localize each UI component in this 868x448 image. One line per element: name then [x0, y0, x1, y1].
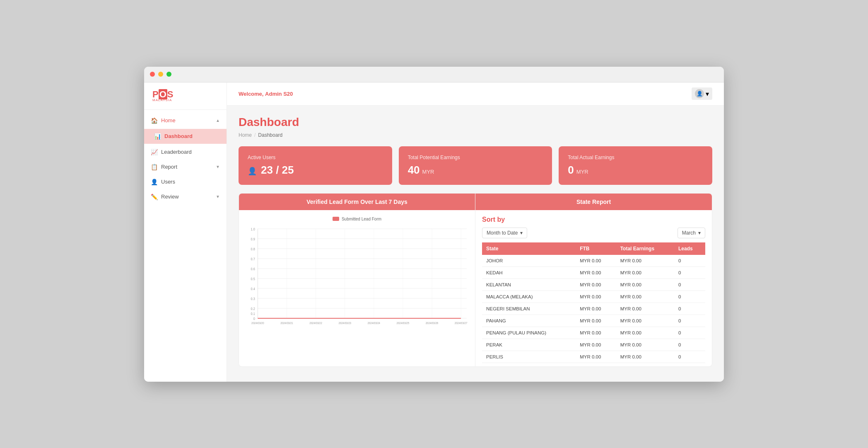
svg-text:0.1: 0.1: [251, 312, 256, 316]
svg-text:0: 0: [253, 317, 255, 321]
avatar-chevron: ▾: [706, 90, 709, 98]
cell-leads: 0: [674, 339, 705, 351]
review-chevron: ▼: [216, 194, 220, 199]
svg-text:0.4: 0.4: [251, 287, 256, 291]
cell-leads: 0: [674, 291, 705, 303]
svg-text:0.7: 0.7: [251, 257, 256, 261]
svg-text:2024/03/21: 2024/03/21: [280, 321, 293, 324]
sort-by-label: Sort by: [482, 216, 705, 223]
welcome-text: Welcome, Admin S20: [239, 91, 293, 97]
table-row: PERLISMYR 0.00MYR 0.000: [482, 351, 705, 363]
svg-text:2024/03/25: 2024/03/25: [397, 321, 410, 324]
avatar-icon: 👤: [695, 89, 704, 98]
legend-dot: [333, 217, 339, 221]
sidebar-item-report[interactable]: 📋 Report ▼: [144, 160, 227, 174]
breadcrumb-home[interactable]: Home: [239, 132, 252, 138]
breadcrumb-current: Dashboard: [258, 132, 282, 138]
breadcrumb-separator: /: [254, 132, 256, 138]
stat-num-active-users: 23 / 25: [261, 164, 294, 177]
main-area: Welcome, Admin S20 👤 ▾ Dashboard Home / …: [227, 82, 724, 382]
legend-label: Submitted Lead Form: [342, 217, 381, 221]
sidebar-item-dashboard[interactable]: 📊 Dashboard: [144, 129, 227, 144]
leaderboard-icon: 📈: [151, 149, 158, 155]
page-content: Dashboard Home / Dashboard Active Users …: [227, 106, 724, 377]
stat-value-active-users: 👤 23 / 25: [248, 164, 383, 177]
stat-num-actual-earnings: 0: [568, 164, 574, 177]
stat-label-actual-earnings: Total Actual Earnings: [568, 155, 703, 160]
stat-unit-actual-earnings: MYR: [576, 169, 588, 175]
cell-leads: 0: [674, 315, 705, 327]
cell-leads: 0: [674, 278, 705, 291]
state-table: State FTB Total Earnings Leads JOHORMYR …: [482, 242, 705, 363]
cell-leads: 0: [674, 303, 705, 315]
month-filter-chevron: ▾: [698, 230, 701, 236]
sidebar-item-review[interactable]: ✏️ Review ▼: [144, 189, 227, 204]
sidebar-item-review-label: Review: [161, 194, 179, 200]
sidebar-navigation: 🏠 Home ▲ 📊 Dashboard 📈 Leaderboard: [144, 110, 227, 382]
chart-legend: Submitted Lead Form: [246, 217, 468, 221]
page-title: Dashboard: [239, 116, 712, 129]
sidebar-logo: POS MALAYSIA: [144, 82, 227, 110]
maximize-dot[interactable]: [166, 72, 171, 77]
stat-card-potential-earnings: Total Potential Earnings 40 MYR: [399, 146, 552, 185]
table-row: JOHORMYR 0.00MYR 0.000: [482, 255, 705, 267]
cell-total-earnings: MYR 0.00: [616, 327, 674, 339]
sidebar: POS MALAYSIA 🏠 Home ▲ 📊 Dashboard: [144, 82, 227, 382]
cell-state: NEGERI SEMBILAN: [482, 303, 576, 315]
month-filter-label: March: [682, 230, 696, 236]
sort-by-section: Sort by Month to Date ▾ March ▾: [475, 210, 712, 366]
svg-text:2024/03/23: 2024/03/23: [338, 321, 351, 324]
chart-area: 1.0 0.9 0.8 0.7 0.6 0.5 0.4 0.3 0.2 0.: [246, 225, 468, 325]
cell-ftb: MYR 0.00: [576, 315, 616, 327]
cell-total-earnings: MYR 0.00: [616, 255, 674, 267]
table-row: PENANG (PULAU PINANG)MYR 0.00MYR 0.000: [482, 327, 705, 339]
users-icon: 👤: [151, 179, 158, 185]
sidebar-item-report-label: Report: [161, 164, 177, 170]
sidebar-item-users[interactable]: 👤 Users: [144, 174, 227, 189]
cell-state: MALACCA (MELAKA): [482, 291, 576, 303]
cell-ftb: MYR 0.00: [576, 339, 616, 351]
svg-text:2024/03/22: 2024/03/22: [309, 321, 322, 324]
col-total-earnings: Total Earnings: [616, 242, 674, 255]
stat-value-potential-earnings: 40 MYR: [408, 164, 543, 177]
svg-text:2024/03/26: 2024/03/26: [426, 321, 439, 324]
app-window: POS MALAYSIA 🏠 Home ▲ 📊 Dashboard: [144, 67, 724, 382]
cell-total-earnings: MYR 0.00: [616, 291, 674, 303]
cell-leads: 0: [674, 255, 705, 267]
stat-card-active-users: Active Users 👤 23 / 25: [239, 146, 392, 185]
col-ftb: FTB: [576, 242, 616, 255]
report-chevron: ▼: [216, 165, 220, 169]
cell-ftb: MYR 0.00: [576, 291, 616, 303]
logo-pos: POS: [152, 90, 174, 99]
chart-panel-body: Submitted Lead Form 1.0 0.9 0.8 0.7 0.6: [239, 210, 475, 332]
period-filter-label: Month to Date: [487, 230, 518, 236]
table-row: KELANTANMYR 0.00MYR 0.000: [482, 278, 705, 291]
minimize-dot[interactable]: [158, 72, 163, 77]
chart-panel-header: Verified Lead Form Over Last 7 Days: [239, 194, 475, 210]
close-dot[interactable]: [150, 72, 155, 77]
cell-ftb: MYR 0.00: [576, 303, 616, 315]
sidebar-item-leaderboard[interactable]: 📈 Leaderboard: [144, 145, 227, 160]
cell-leads[interactable]: 0: [674, 327, 705, 339]
topbar: Welcome, Admin S20 👤 ▾: [227, 82, 724, 106]
cell-ftb: MYR 0.00: [576, 327, 616, 339]
svg-text:2024/03/24: 2024/03/24: [367, 321, 380, 324]
cell-leads[interactable]: 0: [674, 266, 705, 278]
cell-state: PENANG (PULAU PINANG): [482, 327, 576, 339]
state-table-header: State FTB Total Earnings Leads: [482, 242, 705, 255]
home-chevron: ▲: [216, 118, 220, 123]
cell-state: PERAK: [482, 339, 576, 351]
user-avatar-button[interactable]: 👤 ▾: [692, 87, 712, 100]
stat-card-actual-earnings: Total Actual Earnings 0 MYR: [559, 146, 712, 185]
svg-text:0.2: 0.2: [251, 307, 256, 311]
cell-total-earnings: MYR 0.00: [616, 339, 674, 351]
svg-text:0.6: 0.6: [251, 267, 256, 271]
titlebar: [144, 67, 724, 82]
period-filter-dropdown[interactable]: Month to Date ▾: [482, 228, 527, 238]
sidebar-item-home[interactable]: 🏠 Home ▲: [144, 113, 227, 128]
month-filter-dropdown[interactable]: March ▾: [678, 228, 705, 238]
svg-text:2024/03/27: 2024/03/27: [455, 321, 468, 324]
sidebar-item-dashboard-label: Dashboard: [164, 133, 193, 139]
charts-row: Verified Lead Form Over Last 7 Days Subm…: [239, 193, 712, 367]
chart-panel-lead-form: Verified Lead Form Over Last 7 Days Subm…: [239, 193, 475, 367]
